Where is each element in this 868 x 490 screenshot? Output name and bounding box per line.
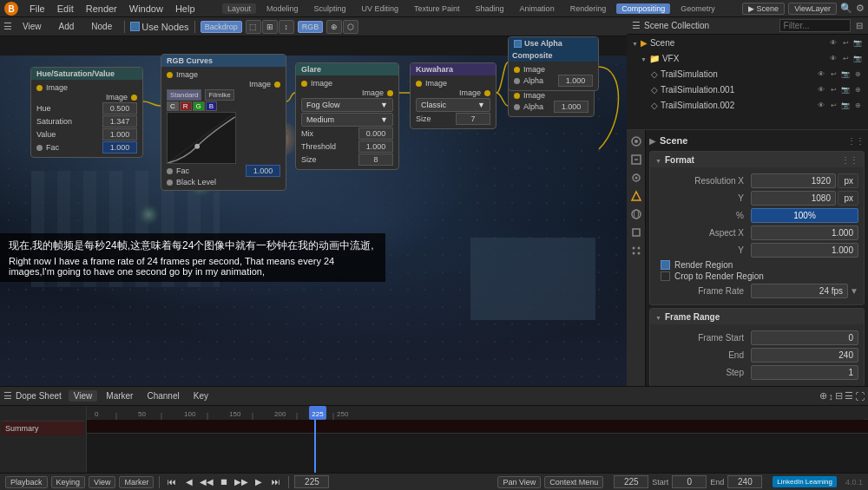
aspect-y-field[interactable]: 1.000 (751, 243, 858, 258)
compositor-view[interactable]: Hue/Saturation/Value Image Image Hue (0, 36, 627, 386)
frame-start-field[interactable]: 0 (751, 330, 858, 345)
format-expand[interactable] (655, 154, 661, 165)
socket-image-out[interactable] (131, 95, 137, 101)
play-btn[interactable]: ▶▶ (234, 475, 248, 489)
frame-range-expand[interactable] (655, 311, 661, 322)
composite-alpha-val[interactable]: 1.000 (558, 75, 593, 87)
scene-vis3[interactable]: 📷 (852, 37, 863, 48)
trail2-extra[interactable]: ⊕ (852, 84, 863, 95)
outliner-filter-icon[interactable]: ⊟ (856, 21, 863, 30)
use-nodes-checkbox[interactable]: Use Nodes (130, 22, 188, 32)
prop-icon-scene[interactable] (628, 187, 645, 205)
socket-composite-img[interactable] (514, 67, 520, 73)
play-rev-btn[interactable]: ◀◀ (200, 475, 214, 489)
step-field[interactable]: 1 (751, 365, 858, 380)
socket-rgb-in[interactable] (167, 72, 173, 78)
socket-kuwahara-out[interactable] (484, 90, 490, 96)
hue-value[interactable]: 0.500 (102, 102, 137, 114)
menu-window[interactable]: Window (124, 2, 168, 16)
trail3-vis1[interactable]: 👁 (816, 100, 826, 110)
tl-ctrl1[interactable]: ⊕ (819, 390, 827, 402)
backdrop-btn[interactable]: Backdrop (201, 21, 242, 33)
socket-fac-rgb[interactable] (167, 168, 173, 174)
view-btn[interactable]: View (89, 476, 115, 488)
workspace-shading[interactable]: Shading (470, 3, 510, 14)
backdrop-ctrl-2[interactable]: ⊞ (262, 20, 278, 34)
workspace-geometry[interactable]: Geometry (675, 3, 720, 14)
glare-size-val[interactable]: 8 (358, 154, 393, 166)
tl-tab-view[interactable]: View (69, 390, 98, 402)
trail1-vis1[interactable]: 👁 (816, 69, 826, 79)
timeline-menu-icon[interactable]: ☰ (3, 390, 12, 402)
outliner-row-trail1[interactable]: ◇ TrailSimulation 👁 ↩ 📷 ⊕ (627, 66, 868, 82)
stop-btn[interactable]: ⏹ (217, 475, 231, 489)
outliner-row-scene[interactable]: ▶ Scene 👁 ↩ 📷 (627, 35, 868, 50)
socket-fac-hue[interactable] (36, 145, 43, 151)
socket-viewer-alpha[interactable] (514, 104, 520, 110)
backdrop-ctrl-3[interactable]: ↕ (279, 20, 294, 34)
outliner-menu-icon[interactable]: ☰ (632, 20, 641, 31)
socket-black[interactable] (167, 180, 173, 186)
glare-quality-dropdown[interactable]: Medium ▼ (301, 113, 393, 127)
tl-summary-channel[interactable]: Summary (2, 421, 84, 435)
view-ctrl-2[interactable]: ⬡ (343, 20, 358, 34)
vfx-vis2[interactable]: ↩ (840, 53, 851, 63)
backdrop-ctrl-1[interactable]: ⬚ (246, 20, 261, 34)
use-nodes-check-box[interactable] (130, 22, 140, 31)
current-frame-input[interactable] (294, 475, 329, 488)
comp-tab-view[interactable]: View (16, 21, 49, 32)
standard-btn[interactable]: Standard (167, 89, 201, 101)
timeline-content[interactable] (87, 420, 868, 473)
jump-end-btn[interactable]: ⏭ (269, 475, 283, 489)
node-composite[interactable]: Use Alpha Composite Image Alpha (508, 36, 599, 91)
prop-icon-particles[interactable] (628, 242, 645, 259)
tl-ctrl5[interactable]: ⛶ (855, 391, 865, 402)
prop-icon-render[interactable] (628, 133, 645, 150)
list-view-icon[interactable]: ⋮⋮ (847, 136, 865, 146)
marker-btn[interactable]: Marker (119, 476, 154, 488)
socket-viewer-img[interactable] (514, 93, 520, 99)
fac-value[interactable]: 1.000 (102, 141, 137, 154)
tl-tab-key[interactable]: Key (188, 390, 214, 402)
comp-tab-node[interactable]: Node (84, 21, 119, 32)
prop-icon-world[interactable] (628, 206, 645, 223)
prev-frame-btn[interactable]: ◀ (182, 475, 196, 489)
socket-image-in[interactable] (36, 85, 43, 91)
channel-c[interactable]: C (167, 101, 179, 111)
format-section-header[interactable]: Format ⋮⋮ (650, 152, 864, 167)
saturation-value[interactable]: 1.347 (102, 115, 137, 127)
jump-start-btn[interactable]: ⏮ (165, 475, 179, 489)
workspace-sculpting[interactable]: Sculpting (308, 3, 351, 14)
scene-vis1[interactable]: 👁 (828, 37, 838, 48)
glare-type-dropdown[interactable]: Fog Glow ▼ (301, 98, 393, 112)
prop-icon-output[interactable] (628, 151, 645, 168)
res-y-field[interactable]: 1080 (751, 191, 836, 206)
trail2-vis1[interactable]: 👁 (816, 84, 826, 95)
socket-kuwahara-in[interactable] (416, 81, 422, 87)
composite-use-alpha-check[interactable] (514, 40, 522, 48)
start-frame-field[interactable] (672, 475, 707, 488)
filmlike-btn[interactable]: Filmlke (205, 89, 233, 101)
compositor-menu-icon[interactable]: ☰ (3, 21, 12, 32)
frame-range-header[interactable]: Frame Range (650, 309, 864, 324)
kuwahara-size-val[interactable]: 7 (456, 113, 490, 125)
end-field[interactable]: 240 (751, 348, 858, 363)
playback-dropdown[interactable]: Playback (5, 476, 48, 488)
node-kuwahara[interactable]: Kuwahara Image Image Cla (410, 62, 496, 129)
tl-tab-channel[interactable]: Channel (141, 390, 184, 402)
socket-glare-in[interactable] (301, 81, 307, 87)
trail2-vis2[interactable]: ↩ (828, 84, 838, 95)
trail2-render[interactable]: 📷 (840, 84, 851, 95)
rgb-fac-value[interactable]: 1.000 (246, 165, 280, 177)
outliner-search-input[interactable] (779, 19, 851, 32)
crop-to-render-checkbox[interactable] (661, 271, 670, 281)
node-rgb-curves[interactable]: RGB Curves Image Image Standard (161, 54, 286, 191)
menu-render[interactable]: Render (81, 2, 122, 16)
res-x-field[interactable]: 1920 (751, 173, 836, 188)
glare-threshold-val[interactable]: 1.000 (358, 140, 393, 153)
blender-logo[interactable]: B (3, 1, 19, 16)
context-menu-btn[interactable]: Context Menu (544, 476, 603, 488)
keying-dropdown[interactable]: Keying (51, 476, 86, 488)
workspace-animation[interactable]: Animation (515, 3, 560, 14)
pct-field[interactable]: 100% (751, 208, 858, 223)
